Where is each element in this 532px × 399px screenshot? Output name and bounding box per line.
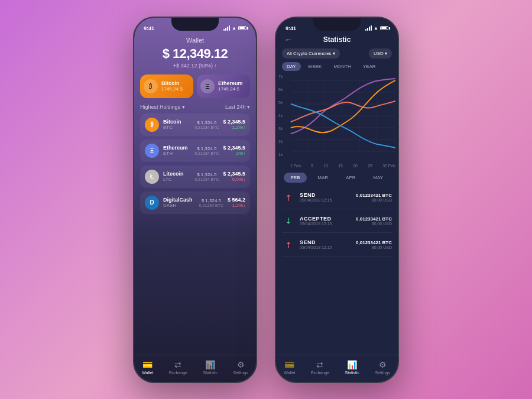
dash-name-block: DigitalCash DASH <box>163 197 195 208</box>
bitcoin-value: 1745,24 $ <box>161 86 183 92</box>
holdings-label[interactable]: Highest Holdings ▾ <box>140 104 185 110</box>
nav-statistic[interactable]: 📊 Statistic <box>203 360 218 375</box>
list-item[interactable]: ↗ ACCEPTED 09/04/2018 12:15 0,01233421 B… <box>282 210 392 233</box>
tx-info-0: SEND 09/04/2018 12:15 <box>300 192 351 202</box>
accept-icon-1: ↗ <box>282 215 295 228</box>
ltc-icon: Ł <box>145 170 159 184</box>
tx-info-2: SEND 09/04/2018 12:15 <box>300 239 351 249</box>
stat-nav-statistic[interactable]: 📊 Statistic <box>345 360 359 375</box>
back-button[interactable]: ← <box>284 35 293 44</box>
stat-filters: All Crypto Currencies ▾ USD ▾ <box>276 48 398 62</box>
table-row[interactable]: ₿ Bitcoin BTC $ 1,324.5 0,21234 BTC $ 2,… <box>140 113 250 136</box>
exchange-nav-label: Exchange <box>169 371 187 375</box>
wallet-nav-icon: 💳 <box>142 360 153 369</box>
table-row[interactable]: Ł Litecoin LTC $ 1,324.5 0,21234 BTC $ 2… <box>140 166 250 188</box>
tx-date-0: 09/04/2018 12:15 <box>300 198 351 202</box>
wallet-balance: $ 12,349.12 <box>134 46 256 61</box>
status-time-stat: 9:41 <box>286 25 296 31</box>
settings-nav-icon: ⚙ <box>237 360 245 369</box>
tx-amount-1: 0,01233421 BTC 80,00 USD <box>356 216 392 226</box>
bitcoin-info: Bitcoin 1745,24 $ <box>161 80 183 92</box>
stat-nav-wallet[interactable]: 💳 Wallet <box>284 360 295 375</box>
nav-settings[interactable]: ⚙ Settings <box>233 360 248 375</box>
statistic-nav-label: Statistic <box>203 371 218 375</box>
stat-nav-exchange[interactable]: ⇄ Exchange <box>311 360 329 375</box>
exchange-nav-icon: ⇄ <box>174 360 181 369</box>
table-row[interactable]: Ξ Ethereum ETH $ 1,324.5 0,21234 BTC $ 2… <box>140 140 250 162</box>
stat-title: Statistic <box>323 35 351 44</box>
eth-sub: 0,21234 BTC <box>194 151 219 155</box>
bitcoin-card[interactable]: ₿ Bitcoin 1745,24 $ <box>140 74 193 98</box>
notch-stat <box>313 18 361 31</box>
ethereum-name: Ethereum <box>218 80 243 86</box>
chart-x-labels: 1 Feb 5 10 15 20 25 30 Feb <box>290 164 395 168</box>
tab-may[interactable]: MAY <box>366 173 390 183</box>
currency-filter[interactable]: All Crypto Currencies ▾ <box>282 48 340 59</box>
ethereum-card[interactable]: Ξ Ethereum 1745,24 $ <box>197 74 250 98</box>
tab-mar[interactable]: MAR <box>310 173 335 183</box>
dash-change: 1.2%↓ <box>228 203 245 208</box>
tab-apr[interactable]: APR <box>339 173 362 183</box>
battery-icon-stat <box>380 26 388 30</box>
nav-wallet[interactable]: 💳 Wallet <box>142 360 153 375</box>
dash-sym: DASH <box>163 203 195 208</box>
chart-svg <box>278 74 395 169</box>
tx-amount-0: 0,01233421 BTC 80,00 USD <box>356 193 392 202</box>
usd-filter[interactable]: USD ▾ <box>369 48 392 59</box>
dash-price: $ 1,324.5 <box>199 198 223 203</box>
tab-day[interactable]: DAY <box>282 62 301 71</box>
btc-sub: 0,21234 BTC <box>194 125 219 129</box>
ethereum-icon: Ξ <box>200 79 215 93</box>
btc-price: $ 1,324.5 <box>194 120 219 125</box>
ltc-sub: 0,21234 BTC <box>194 177 219 181</box>
currency-filter-label: All Crypto Currencies ▾ <box>287 51 335 56</box>
eth-name-block: Ethereum ETH <box>163 145 190 156</box>
ltc-change: 0,5%↓ <box>223 177 245 182</box>
stat-header: ← Statistic <box>276 34 398 48</box>
tx-type-2: SEND <box>300 239 351 245</box>
wallet-title: Wallet <box>134 37 256 44</box>
table-row[interactable]: D DigitalCash DASH $ 1,324.5 0,21234 BTC… <box>140 192 250 214</box>
tab-month[interactable]: MONTH <box>329 62 355 71</box>
stat-nav: 💳 Wallet ⇄ Exchange 📊 Statistic ⚙ Settin… <box>276 355 398 382</box>
usd-filter-label: USD ▾ <box>374 51 387 56</box>
arrow-send: ↗ <box>283 192 294 203</box>
arrow-accept: ↗ <box>283 215 294 227</box>
bitcoin-name: Bitcoin <box>161 80 183 86</box>
list-item[interactable]: ↗ SEND 09/04/2018 12:15 0,01233421 BTC 8… <box>282 186 392 209</box>
stat-phone: 9:41 ▲ ← Statistic All Crypto Currencies… <box>275 17 399 383</box>
status-icons: ▲ <box>223 25 246 31</box>
btc-mid: $ 1,324.5 0,21234 BTC <box>194 120 219 129</box>
stat-wallet-icon: 💳 <box>284 360 294 369</box>
eth-mid: $ 1,324.5 0,21234 BTC <box>194 146 219 155</box>
tx-usd-0: 80,00 USD <box>356 198 392 202</box>
dash-name: DigitalCash <box>163 197 195 203</box>
list-item[interactable]: ↗ SEND 09/04/2018 12:15 0,01233421 BTC 8… <box>282 233 392 257</box>
tab-feb[interactable]: FEB <box>284 173 307 183</box>
notch <box>171 18 219 31</box>
dash-mid: $ 1,324.5 0,21234 BTC <box>199 198 223 207</box>
time-tabs: DAY WEEK MONTH YEAR <box>276 62 398 74</box>
eth-icon: Ξ <box>145 144 159 158</box>
btc-sym: BTC <box>163 125 190 130</box>
stat-settings-icon: ⚙ <box>379 360 387 369</box>
statistic-nav-icon: 📊 <box>205 360 215 369</box>
eth-price: $ 1,324.5 <box>194 146 219 151</box>
ltc-price: $ 1,324.5 <box>194 172 219 177</box>
eth-change: 2%↑ <box>223 151 245 156</box>
ltc-name: Litecoin <box>163 171 190 177</box>
ethereum-info: Ethereum 1745,24 $ <box>218 80 243 92</box>
stat-nav-settings[interactable]: ⚙ Settings <box>375 360 390 375</box>
dash-right: $ 564.2 1.2%↓ <box>228 197 245 208</box>
chart-area: 7k 6k 5k 4k 3k 2k 1k <box>276 74 398 169</box>
tx-date-1: 09/04/2018 12:15 <box>300 222 351 226</box>
tab-week[interactable]: WEEK <box>303 62 327 71</box>
period-label[interactable]: Last 24h ▾ <box>225 104 250 110</box>
nav-exchange[interactable]: ⇄ Exchange <box>169 360 187 375</box>
signal-icon-stat <box>365 25 372 31</box>
tx-usd-1: 80,00 USD <box>356 222 392 226</box>
stat-exchange-label: Exchange <box>311 371 329 375</box>
stat-statistic-icon: 📊 <box>347 360 357 369</box>
tab-year[interactable]: YEAR <box>358 62 381 71</box>
tx-type-0: SEND <box>300 192 351 198</box>
